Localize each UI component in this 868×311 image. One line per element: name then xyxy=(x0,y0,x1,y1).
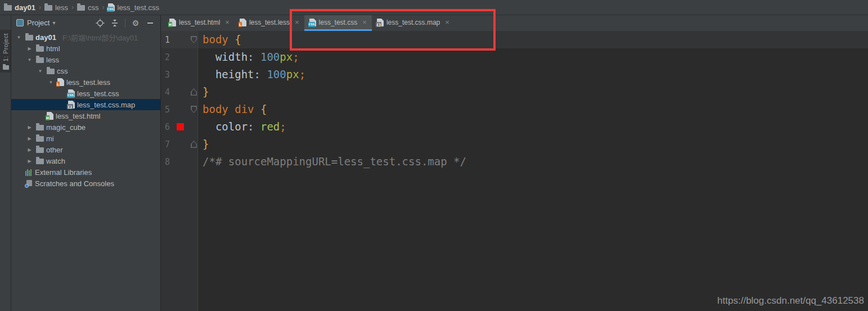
tree-item-mi[interactable]: ▶mi xyxy=(11,133,160,144)
project-panel-toolbar: ⚙ xyxy=(96,19,155,28)
editor-gutter[interactable]: 12345678 xyxy=(161,31,198,311)
tree-item-css[interactable]: ▼css xyxy=(11,65,160,76)
tab-close-icon[interactable]: × xyxy=(295,18,299,26)
line-number: 8 xyxy=(165,157,171,167)
editor-area: Hless_test.html×Lless_test.less×CSSless_… xyxy=(161,15,868,311)
toolbar-separator xyxy=(125,19,125,28)
expand-arrow-icon[interactable]: ▼ xyxy=(15,35,23,40)
breadcrumb-label: day01 xyxy=(15,3,35,12)
tree-item-less-test-css-map[interactable]: {}less_test.css.map xyxy=(11,99,160,110)
fold-marker-icon[interactable] xyxy=(191,106,197,113)
expand-arrow-icon[interactable]: ▼ xyxy=(47,80,55,85)
gutter-line-7[interactable]: 7 xyxy=(161,136,197,153)
gutter-line-6[interactable]: 6 xyxy=(161,118,197,136)
line-number: 4 xyxy=(165,87,171,97)
tree-item-label: Scratches and Consoles xyxy=(35,179,114,188)
css-file-icon: CSS xyxy=(309,19,316,26)
project-tool-window-button[interactable]: 1: Project xyxy=(0,30,11,73)
expand-arrow-icon[interactable]: ▼ xyxy=(36,69,44,74)
code-line-7[interactable]: } xyxy=(198,136,868,153)
code-line-6[interactable]: color: red; xyxy=(198,118,868,136)
tree-item-less[interactable]: ▼less xyxy=(11,54,160,65)
tree-item-magic-cube[interactable]: ▶magic_cube xyxy=(11,121,160,133)
watermark: https://blog.csdn.net/qq_43612538 xyxy=(717,295,864,307)
gutter-line-4[interactable]: 4 xyxy=(161,83,197,101)
code-area[interactable]: body { width: 100px; height: 100px;}body… xyxy=(198,31,868,311)
gutter-line-1[interactable]: 1 xyxy=(161,31,197,48)
fold-marker-icon[interactable] xyxy=(191,141,197,148)
tree-item-label: html xyxy=(46,44,60,53)
code-line-3[interactable]: height: 100px; xyxy=(198,66,868,83)
settings-gear-icon[interactable]: ⚙ xyxy=(131,19,140,28)
code-token: } xyxy=(203,138,209,150)
tree-item-label: less_test.css xyxy=(77,89,119,98)
tab-less-test-html[interactable]: Hless_test.html× xyxy=(164,15,235,31)
expand-arrow-icon[interactable]: ▶ xyxy=(25,147,34,152)
gutter-line-3[interactable]: 3 xyxy=(161,66,197,83)
code-line-2[interactable]: width: 100px; xyxy=(198,48,868,66)
breadcrumb-item[interactable]: day01 xyxy=(4,3,35,12)
collapse-all-icon[interactable] xyxy=(110,19,119,28)
expand-arrow-icon[interactable]: ▶ xyxy=(25,159,34,164)
tree-item-external-libraries[interactable]: External Libraries xyxy=(11,166,160,178)
breadcrumb-item[interactable]: CSSless_test.css xyxy=(108,3,159,12)
tab-less-test-less[interactable]: Lless_test.less× xyxy=(235,15,304,31)
tab-less-test-css[interactable]: CSSless_test.css× xyxy=(304,15,372,31)
breadcrumb-label: less xyxy=(55,3,68,12)
code-token: height xyxy=(215,68,254,80)
tree-item-less-test-html[interactable]: Hless_test.html xyxy=(11,110,160,121)
breadcrumb-label: css xyxy=(88,3,99,12)
less-file-icon: L xyxy=(240,19,246,26)
expand-arrow-icon[interactable]: ▶ xyxy=(25,125,34,130)
tree-item-scratches-and-consoles[interactable]: Scratches and Consoles xyxy=(11,178,160,189)
tab-close-icon[interactable]: × xyxy=(225,18,230,26)
code-token: body div xyxy=(203,103,254,115)
code-token xyxy=(203,120,215,133)
tab-less-test-css-map[interactable]: {}less_test.css.map× xyxy=(372,15,455,31)
code-line-8[interactable]: /*# sourceMappingURL=less_test.css.map *… xyxy=(198,153,868,170)
code-token: : xyxy=(254,68,267,80)
fold-marker-icon[interactable] xyxy=(191,88,197,96)
code-token: { xyxy=(235,33,241,46)
locate-icon[interactable] xyxy=(96,19,105,28)
tree-item-html[interactable]: ▶html xyxy=(11,43,160,54)
gutter-line-5[interactable]: 5 xyxy=(161,101,197,118)
breadcrumb-item[interactable]: less xyxy=(44,3,68,12)
code-line-5[interactable]: body div { xyxy=(198,101,868,118)
code-token: /*# sourceMappingURL=less_test.css.map *… xyxy=(203,155,466,168)
code-line-4[interactable]: } xyxy=(198,83,868,101)
folder-icon xyxy=(4,5,12,11)
gutter-line-8[interactable]: 8 xyxy=(161,153,197,170)
tree-item-watch[interactable]: ▶watch xyxy=(11,155,160,166)
code-line-1[interactable]: body { xyxy=(198,31,868,48)
minus-icon xyxy=(147,22,153,24)
chevron-down-icon[interactable]: ▾ xyxy=(52,20,55,26)
folder-icon xyxy=(36,136,44,142)
hide-panel-icon[interactable] xyxy=(146,19,155,28)
breadcrumb-label: less_test.css xyxy=(118,3,159,12)
tree-item-path: F:\前端\html部分\day01 xyxy=(62,32,138,43)
tree-item-day01[interactable]: ▼day01F:\前端\html部分\day01 xyxy=(11,31,160,43)
map-file-icon: {} xyxy=(377,19,384,26)
gutter-line-2[interactable]: 2 xyxy=(161,48,197,66)
css-file-icon: CSS xyxy=(108,3,115,11)
tab-close-icon[interactable]: × xyxy=(362,18,367,26)
html-file-icon: H xyxy=(169,19,176,26)
tree-item-other[interactable]: ▶other xyxy=(11,144,160,155)
tree-item-less-test-less[interactable]: ▼Lless_test.less xyxy=(11,76,160,88)
color-swatch[interactable] xyxy=(177,123,184,130)
project-tree: ▼day01F:\前端\html部分\day01▶html▼less▼css▼L… xyxy=(11,30,160,189)
tree-item-label: less xyxy=(46,56,59,64)
editor-tab-bar: Hless_test.html×Lless_test.less×CSSless_… xyxy=(161,15,868,31)
expand-arrow-icon[interactable]: ▶ xyxy=(25,46,34,51)
breadcrumb-item[interactable]: css xyxy=(77,3,99,12)
folder-icon xyxy=(77,5,85,11)
expand-arrow-icon[interactable]: ▼ xyxy=(25,57,34,62)
project-panel-title[interactable]: Project xyxy=(27,19,50,27)
code-token: body xyxy=(203,33,228,46)
breadcrumb-separator: › xyxy=(102,3,105,11)
tree-item-less-test-css[interactable]: CSSless_test.css xyxy=(11,88,160,99)
tab-close-icon[interactable]: × xyxy=(445,18,449,26)
fold-marker-icon[interactable] xyxy=(191,36,197,43)
expand-arrow-icon[interactable]: ▶ xyxy=(25,136,34,141)
